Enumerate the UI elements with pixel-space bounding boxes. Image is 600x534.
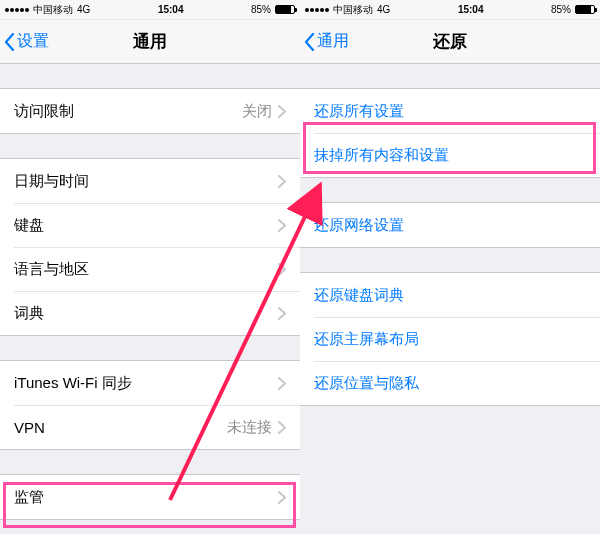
page-title: 通用 [133, 30, 167, 53]
signal-dots-icon [305, 8, 329, 12]
row-reset-all-settings[interactable]: 还原所有设置 [300, 89, 600, 133]
chevron-left-icon [4, 33, 15, 51]
row-label: 还原网络设置 [314, 216, 404, 235]
status-bar: 中国移动 4G 15:04 85% [0, 0, 300, 20]
row-dictionary[interactable]: 词典 [0, 291, 300, 335]
back-label: 设置 [17, 31, 49, 52]
back-label: 通用 [317, 31, 349, 52]
battery-pct: 85% [551, 4, 571, 15]
content: 还原所有设置 抹掉所有内容和设置 还原网络设置 还原键盘词典 还原主屏幕布局 [300, 88, 600, 406]
row-label: 还原主屏幕布局 [314, 330, 419, 349]
row-reset-location-privacy[interactable]: 还原位置与隐私 [300, 361, 600, 405]
row-reset-home-layout[interactable]: 还原主屏幕布局 [300, 317, 600, 361]
row-reset-network[interactable]: 还原网络设置 [300, 203, 600, 247]
group-regulatory: 监管 [0, 474, 300, 520]
row-date-time[interactable]: 日期与时间 [0, 159, 300, 203]
signal-dots-icon [5, 8, 29, 12]
row-label: 抹掉所有内容和设置 [314, 146, 449, 165]
row-label: 监管 [14, 488, 44, 507]
chevron-right-icon [278, 377, 286, 390]
row-label: 日期与时间 [14, 172, 89, 191]
group-reset-top: 还原所有设置 抹掉所有内容和设置 [300, 88, 600, 178]
status-time: 15:04 [158, 4, 184, 15]
row-regulatory[interactable]: 监管 [0, 475, 300, 519]
row-label: 还原键盘词典 [314, 286, 404, 305]
row-value: 关闭 [242, 102, 272, 121]
group-reset-network: 还原网络设置 [300, 202, 600, 248]
row-itunes-wifi-sync[interactable]: iTunes Wi-Fi 同步 [0, 361, 300, 405]
screen-reset: 中国移动 4G 15:04 85% 通用 还原 还原所有设置 [300, 0, 600, 534]
back-button[interactable]: 设置 [4, 20, 49, 63]
group-access: 访问限制 关闭 [0, 88, 300, 134]
row-vpn[interactable]: VPN 未连接 [0, 405, 300, 449]
group-reset-bottom: 还原键盘词典 还原主屏幕布局 还原位置与隐私 [300, 272, 600, 406]
status-right: 85% [551, 4, 595, 15]
row-erase-all-content[interactable]: 抹掉所有内容和设置 [300, 133, 600, 177]
row-label: VPN [14, 419, 45, 436]
row-reset-keyboard-dict[interactable]: 还原键盘词典 [300, 273, 600, 317]
status-right: 85% [251, 4, 295, 15]
screen-general: 中国移动 4G 15:04 85% 设置 通用 访问限制 关闭 [0, 0, 300, 534]
row-label: 访问限制 [14, 102, 74, 121]
network-label: 4G [77, 4, 90, 15]
row-keyboard[interactable]: 键盘 [0, 203, 300, 247]
row-label: 还原位置与隐私 [314, 374, 419, 393]
row-value: 未连接 [227, 418, 272, 437]
row-access-restrictions[interactable]: 访问限制 关闭 [0, 89, 300, 133]
chevron-right-icon [278, 491, 286, 504]
battery-icon [275, 5, 295, 14]
row-language-region[interactable]: 语言与地区 [0, 247, 300, 291]
status-left: 中国移动 4G [5, 3, 90, 17]
network-label: 4G [377, 4, 390, 15]
carrier-label: 中国移动 [33, 3, 73, 17]
chevron-right-icon [278, 263, 286, 276]
carrier-label: 中国移动 [333, 3, 373, 17]
row-label: iTunes Wi-Fi 同步 [14, 374, 132, 393]
battery-pct: 85% [251, 4, 271, 15]
chevron-right-icon [278, 421, 286, 434]
row-label: 键盘 [14, 216, 44, 235]
chevron-right-icon [278, 175, 286, 188]
status-time: 15:04 [458, 4, 484, 15]
status-left: 中国移动 4G [305, 3, 390, 17]
status-bar: 中国移动 4G 15:04 85% [300, 0, 600, 20]
group-locale: 日期与时间 键盘 语言与地区 词典 [0, 158, 300, 336]
chevron-right-icon [278, 219, 286, 232]
chevron-right-icon [278, 105, 286, 118]
group-sync-vpn: iTunes Wi-Fi 同步 VPN 未连接 [0, 360, 300, 450]
row-label: 语言与地区 [14, 260, 89, 279]
nav-bar: 设置 通用 [0, 20, 300, 64]
row-label: 词典 [14, 304, 44, 323]
nav-bar: 通用 还原 [300, 20, 600, 64]
chevron-right-icon [278, 307, 286, 320]
page-title: 还原 [433, 30, 467, 53]
row-label: 还原所有设置 [314, 102, 404, 121]
chevron-left-icon [304, 33, 315, 51]
back-button[interactable]: 通用 [304, 20, 349, 63]
battery-icon [575, 5, 595, 14]
content: 访问限制 关闭 日期与时间 键盘 语言与地区 [0, 88, 300, 534]
